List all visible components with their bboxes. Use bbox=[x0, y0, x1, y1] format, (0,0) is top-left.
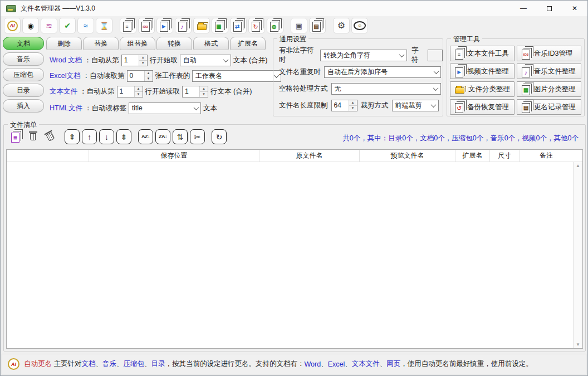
text-file-row: 文本文件 ：自动从第 1 ▲▼ 行开始读取 1 ▲▼ 行文本 (合并) bbox=[50, 85, 254, 97]
duplicate-name-select[interactable]: 自动在后方添加序号 bbox=[324, 66, 441, 78]
timed-save-icon[interactable]: ⌛ bbox=[96, 18, 112, 33]
text-start-value: 1 bbox=[117, 86, 134, 97]
text-line-count-stepper[interactable]: 1 ▲▼ bbox=[182, 86, 208, 97]
sort-za-icon[interactable]: ZA↓ bbox=[155, 129, 170, 144]
move-bottom-icon[interactable]: ⇟ bbox=[116, 129, 131, 144]
spin-down-icon[interactable]: ▼ bbox=[200, 91, 208, 97]
text-file-tool-icon[interactable]: ≡ bbox=[120, 18, 136, 33]
space-handling-select[interactable]: 无 bbox=[331, 83, 441, 95]
crop-mode-select[interactable]: 前端裁剪 bbox=[392, 100, 439, 111]
spin-down-icon[interactable]: ▼ bbox=[145, 76, 153, 81]
close-icon[interactable]: ✕ bbox=[562, 1, 587, 16]
word-start-line-stepper[interactable]: 1 ▲▼ bbox=[121, 55, 148, 66]
excel-sheet-stepper[interactable]: 0 ▲▼ bbox=[127, 70, 153, 82]
column-size[interactable]: 尺寸 bbox=[490, 150, 520, 162]
app-icon bbox=[6, 5, 16, 12]
transfer-icon[interactable]: ⇄ bbox=[230, 18, 247, 33]
illegal-char-select[interactable]: 转换为全角字符 bbox=[320, 50, 407, 61]
name-length-row: 文件名长度限制 64 ▲▼ 裁剪方式 前端裁剪 bbox=[279, 99, 439, 111]
html-tag-select[interactable]: title bbox=[129, 102, 201, 114]
word-start-line-value: 1 bbox=[122, 55, 139, 66]
move-down-icon[interactable]: ↓ bbox=[99, 129, 114, 144]
add-files-icon[interactable]: ⊕ bbox=[267, 18, 283, 33]
shuffle-icon[interactable]: ✂ bbox=[190, 129, 205, 144]
name-length-stepper[interactable]: 64 ▲▼ bbox=[331, 100, 357, 111]
spin-up-icon[interactable]: ▲ bbox=[200, 86, 208, 91]
rename-log-icon[interactable]: ▤ bbox=[309, 18, 326, 33]
tab-documents[interactable]: 文档 bbox=[3, 37, 44, 50]
column-save-location[interactable]: 保存位置 bbox=[89, 150, 259, 162]
video-organize-icon[interactable]: ▶ bbox=[156, 18, 173, 33]
char-input[interactable] bbox=[428, 50, 443, 61]
spin-up-icon[interactable]: ▲ bbox=[349, 100, 357, 105]
window-controls: — ✕ bbox=[511, 1, 587, 16]
spin-down-icon[interactable]: ▼ bbox=[135, 91, 143, 97]
tab-format[interactable]: 格式 bbox=[193, 37, 229, 50]
text-file-tools-button[interactable]: ≡ 文本文件工具 bbox=[450, 46, 514, 61]
spin-down-icon[interactable]: ▼ bbox=[349, 105, 357, 111]
duplicate-name-label: 文件名重复时 bbox=[279, 67, 321, 77]
clear-list-icon[interactable] bbox=[43, 129, 58, 144]
sort-az-icon[interactable]: AZ↓ bbox=[138, 129, 153, 144]
settings-gear-icon[interactable]: ⚙ bbox=[333, 18, 350, 33]
column-remark[interactable]: 备注 bbox=[520, 150, 573, 162]
ai-auto-rename-icon[interactable]: AI bbox=[4, 18, 21, 33]
tab-group-replace[interactable]: 组替换 bbox=[120, 37, 155, 50]
column-original-name[interactable]: 原文件名 bbox=[259, 150, 360, 162]
move-up-icon[interactable]: ↑ bbox=[82, 129, 97, 144]
text-start-line-stepper[interactable]: 1 ▲▼ bbox=[117, 86, 143, 97]
file-classify-button[interactable]: 文件分类整理 bbox=[450, 81, 514, 97]
tab-music[interactable]: 音乐 bbox=[3, 52, 44, 66]
image-classify-icon[interactable]: ▦ bbox=[212, 18, 228, 33]
ai-badge-icon: AI bbox=[8, 358, 19, 370]
about-chat-icon[interactable]: ☺ bbox=[351, 18, 368, 33]
save-icon[interactable]: ▣ bbox=[291, 18, 307, 33]
spin-up-icon[interactable]: ▲ bbox=[139, 55, 147, 60]
spin-up-icon[interactable]: ▲ bbox=[135, 86, 143, 91]
column-preview-name[interactable]: 预览文件名 bbox=[360, 150, 455, 162]
paste-files-icon[interactable]: ≣ bbox=[8, 129, 23, 144]
refresh-files-icon[interactable]: ↻ bbox=[248, 18, 265, 33]
music-organize-button[interactable]: ♪ 音乐文件整理 bbox=[517, 64, 581, 79]
char-label: 字符 bbox=[411, 46, 424, 65]
move-top-icon[interactable]: ⇞ bbox=[65, 129, 80, 144]
word-mode-select[interactable]: 自动 bbox=[180, 55, 231, 66]
tab-extension[interactable]: 扩展名 bbox=[230, 37, 266, 50]
preview-eye-icon[interactable]: ◉ bbox=[22, 18, 39, 33]
backup-restore-button[interactable]: ↺ 备份恢复管理 bbox=[450, 99, 514, 115]
button-label: 更名记录管理 bbox=[534, 102, 576, 112]
reverse-order-icon[interactable]: ⇅ bbox=[173, 129, 188, 144]
rename-log-button[interactable]: ▤ 更名记录管理 bbox=[517, 99, 581, 115]
scroll-up-icon[interactable]: ▲ bbox=[576, 163, 580, 168]
vertical-scrollbar[interactable]: ▲ ▼ bbox=[573, 162, 582, 348]
music-organize-icon[interactable]: ♪ bbox=[175, 18, 192, 33]
video-organize-button[interactable]: ▶ 视频文件整理 bbox=[450, 64, 514, 79]
tab-replace[interactable]: 替换 bbox=[83, 37, 119, 50]
html-tag-value: title bbox=[129, 104, 192, 112]
image-classify-button[interactable]: ▦ 图片分类整理 bbox=[517, 81, 581, 97]
wave-icon[interactable]: ≈ bbox=[77, 18, 94, 33]
tab-directory[interactable]: 目录 bbox=[3, 84, 44, 97]
spin-down-icon[interactable]: ▼ bbox=[139, 60, 147, 66]
excel-mode-value: 工作表名 bbox=[193, 71, 272, 81]
column-extension[interactable]: 扩展名 bbox=[455, 150, 490, 162]
minimize-icon[interactable]: — bbox=[511, 1, 536, 16]
apply-check-icon[interactable]: ✔ bbox=[59, 18, 76, 33]
maximize-icon[interactable] bbox=[536, 1, 562, 16]
column-index[interactable] bbox=[7, 150, 89, 162]
file-classify-icon[interactable] bbox=[193, 18, 210, 33]
scroll-down-icon[interactable]: ▼ bbox=[576, 342, 580, 347]
tab-delete[interactable]: 删除 bbox=[46, 37, 82, 50]
tab-archive[interactable]: 压缩包 bbox=[3, 68, 44, 81]
ribbon-icon[interactable]: ≋ bbox=[41, 18, 57, 33]
spin-up-icon[interactable]: ▲ bbox=[145, 71, 153, 76]
tab-insert[interactable]: 插入 bbox=[3, 99, 44, 113]
crop-mode-label: 裁剪方式 bbox=[361, 101, 389, 110]
music-id3-icon[interactable]: ID3 bbox=[138, 18, 155, 33]
excel-mode-select[interactable]: 工作表名 bbox=[192, 70, 281, 82]
delete-item-icon[interactable] bbox=[26, 129, 41, 144]
image-classify-icon: ▦ bbox=[522, 85, 530, 95]
refresh-list-icon[interactable]: ↻ bbox=[212, 129, 227, 144]
music-id3-manage-button[interactable]: ID3 音乐ID3管理 bbox=[517, 46, 581, 61]
tab-convert[interactable]: 转换 bbox=[156, 37, 192, 50]
